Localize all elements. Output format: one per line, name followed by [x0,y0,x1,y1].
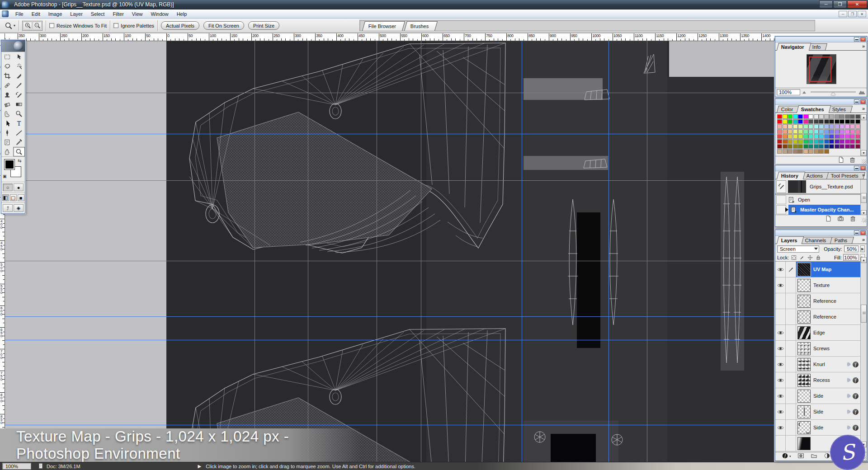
swatch[interactable] [803,134,808,139]
layers-scrollbar[interactable]: ▲ ▼ [860,257,867,447]
swatch[interactable] [788,114,793,119]
guide-horizontal[interactable] [5,261,774,261]
link-paint-cell[interactable] [786,388,796,404]
canvas[interactable] [166,41,774,462]
layer-name[interactable]: Texture [813,282,830,288]
swatch[interactable] [788,119,793,124]
swatch[interactable] [845,124,850,129]
type-tool[interactable]: T [13,118,25,128]
standard-screen-button[interactable]: ◧ [2,194,9,201]
swatch[interactable] [814,144,819,149]
lock-transparency-icon[interactable] [790,254,797,261]
swatch[interactable] [824,139,829,144]
swatch[interactable] [783,124,788,129]
jump-to-imageready-icon[interactable]: ⤴ [3,204,13,212]
swatch[interactable] [803,139,808,144]
swatch[interactable] [793,119,798,124]
swatch[interactable] [798,129,803,134]
swatch[interactable] [803,144,808,149]
guide-vertical[interactable] [647,41,647,462]
link-paint-cell[interactable] [786,420,796,435]
navigator-tab-navigator[interactable]: Navigator [777,43,811,51]
layer-row-texture[interactable]: Texture [775,277,860,293]
swatch[interactable] [788,129,793,134]
swatch[interactable] [840,139,844,144]
adjustment-layer-icon[interactable] [824,452,830,460]
gradient-tool[interactable] [13,99,25,109]
swatch[interactable] [829,119,834,124]
new-document-from-state-icon[interactable] [825,215,832,223]
lasso-tool[interactable] [1,61,13,71]
scroll-thumb[interactable] [861,305,867,323]
healing-brush-tool[interactable] [1,80,13,90]
swatch[interactable] [840,114,844,119]
swatch[interactable] [777,149,782,154]
layer-row-knurl[interactable]: Knurlf [775,357,860,372]
layer-thumbnail[interactable] [797,295,811,308]
swatch[interactable] [798,134,803,139]
swatch[interactable] [783,114,788,119]
menu-item-filter[interactable]: Filter [108,10,127,18]
trash-icon[interactable] [849,215,856,223]
swatch[interactable] [783,144,788,149]
guide-vertical[interactable] [421,41,421,462]
swatch[interactable] [840,144,844,149]
panel-title-bar[interactable]: ▬ x [775,165,867,171]
swatch[interactable] [783,119,788,124]
swatch[interactable] [803,129,808,134]
swatch[interactable] [814,124,819,129]
visibility-toggle[interactable] [775,293,786,309]
scroll-up-icon[interactable]: ▲ [861,257,867,263]
swatch[interactable] [793,124,798,129]
swatch[interactable] [850,119,855,124]
swatch[interactable] [783,129,788,134]
panel-minimize-icon[interactable]: ▬ [854,166,859,170]
zoom-tool[interactable] [13,147,25,156]
swatch[interactable] [798,149,803,154]
layer-name[interactable]: Side [813,393,823,399]
navigator-preview[interactable] [775,51,867,88]
link-paint-cell[interactable] [786,293,796,309]
layer-row-reference[interactable]: Reference [775,293,860,309]
swatch[interactable] [850,114,855,119]
swatch[interactable] [808,114,813,119]
link-paint-cell[interactable] [786,404,796,419]
fx-expand-icon[interactable] [848,410,850,414]
menu-item-help[interactable]: Help [173,10,191,18]
link-paint-cell[interactable] [786,436,796,451]
swatch[interactable] [819,129,824,134]
swatch[interactable] [824,149,829,154]
layer-thumbnail[interactable] [797,437,811,450]
link-paint-cell[interactable] [786,325,796,340]
guide-horizontal[interactable] [5,180,774,181]
menu-item-layer[interactable]: Layer [66,10,87,18]
menu-item-window[interactable]: Window [147,10,173,18]
close-button[interactable]: ✕ [847,0,867,8]
panel-menu-icon[interactable]: » [862,106,865,111]
new-snapshot-camera-icon[interactable] [837,215,844,223]
set-source-checkbox[interactable] [776,205,786,214]
history-tab-history[interactable]: History [777,172,805,179]
link-paint-cell[interactable] [786,372,796,388]
swatches-tab-swatches[interactable]: Swatches [797,105,831,113]
swatch[interactable] [803,119,808,124]
swatch[interactable] [777,114,782,119]
swatch[interactable] [840,129,844,134]
swatch[interactable] [777,144,782,149]
layer-name[interactable]: Reference [813,298,836,304]
swatch[interactable] [835,124,840,129]
swatch[interactable] [808,149,813,154]
panel-title-bar[interactable]: ▬ x [775,37,867,42]
title-bar[interactable]: Adobe Photoshop - [Grips__Texture.psd @ … [0,0,868,9]
horizontal-ruler[interactable]: 4003503002502001501005005010015020025030… [5,33,868,41]
swatch[interactable] [808,119,813,124]
swatch[interactable] [855,129,860,134]
panel-menu-icon[interactable]: » [862,43,865,49]
swatch[interactable] [808,144,813,149]
layers-tab-paths[interactable]: Paths [830,237,854,244]
lock-all-icon[interactable] [815,254,822,261]
swatch[interactable] [798,114,803,119]
swatch[interactable] [845,129,850,134]
visibility-toggle[interactable] [775,277,786,293]
swatch[interactable] [798,124,803,129]
